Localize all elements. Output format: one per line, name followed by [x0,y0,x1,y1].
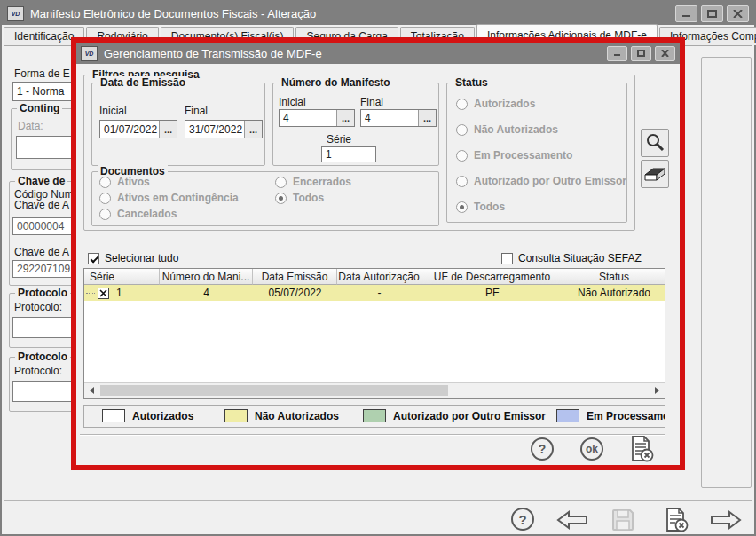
column-data-emissao[interactable]: Data Emissão [253,269,337,285]
emission-date-group: Data de Emissão Inicial Final 01/07/2022… [91,83,265,166]
codigo-numerico-field[interactable]: 00000004 [12,217,76,235]
date-initial-field[interactable]: 01/07/2022 ... [99,120,177,138]
x-check-icon [98,288,108,298]
chave-acesso-sublabel: Chave de A [14,199,69,211]
previous-button[interactable] [555,510,589,530]
row-serie-cell: 1 [84,285,160,301]
radio-icon [456,99,468,110]
number-initial-field[interactable]: 4 ... [279,109,355,127]
dialog-titlebar: VD Gerenciamento de Transmissão de MDF-e [76,43,680,64]
protocolo2-field[interactable] [12,381,76,402]
cancel-document-button[interactable] [663,507,689,533]
column-data-autorizacao[interactable]: Data Autorização [337,269,421,285]
tree-line [86,293,95,294]
scrollbar-thumb[interactable] [100,385,448,396]
close-button[interactable] [727,5,749,22]
row-checkbox[interactable] [98,288,109,299]
number-final-field[interactable]: 4 ... [360,109,437,127]
number-initial-picker-button[interactable]: ... [336,110,354,126]
document-x-icon [628,435,655,463]
protocolo1-field[interactable] [12,317,76,338]
scroll-left-button[interactable] [84,383,99,398]
doc-option-ativos-contingencia: Ativos em Contingência [99,192,239,204]
radio-icon [99,193,111,204]
column-status[interactable]: Status [563,269,665,285]
row-status-cell: Não Autorizado [563,285,665,301]
help-button[interactable]: ? [511,508,534,531]
radio-icon [99,209,111,220]
close-icon [661,50,669,57]
doc-option-encerrados: Encerrados [275,176,351,188]
legend-nao-autorizados: Não Autorizados [224,409,339,422]
status-option-nao-autorizados: Não Autorizados [456,123,558,136]
row-data-autorizacao-cell: - [337,285,421,301]
select-all-checkbox[interactable]: Selecionar tudo [88,252,178,264]
dialog-ok-button[interactable]: ok [580,437,603,461]
column-numero-manifesto[interactable]: Número do Mani... [160,269,253,285]
column-serie[interactable]: Série [84,269,160,285]
search-icon [644,132,665,154]
dialog-app-icon: VD [81,46,98,61]
radio-icon [275,177,287,188]
radio-icon [456,124,468,136]
dialog-minimize-button[interactable] [607,46,627,61]
manifest-number-group: Número do Manifesto Inicial Final 4 ... … [272,83,439,166]
date-final-picker-button[interactable]: ... [244,121,262,138]
legend-swatch [224,409,248,422]
row-numero-cell: 4 [160,285,253,301]
radio-icon [456,150,468,162]
close-icon [733,10,743,18]
status-option-em-processamento: Em Processamento [456,149,572,162]
save-icon [610,508,635,532]
arrow-left-icon [555,510,589,530]
forma-emissao-label: Forma de E [14,67,70,80]
date-initial-picker-button[interactable]: ... [159,121,177,138]
legend-swatch [363,409,386,422]
checkbox-checked-icon [88,253,99,264]
save-button[interactable] [610,508,635,532]
document-x-icon [663,507,689,533]
search-button[interactable] [641,129,669,157]
chave-acesso-field[interactable]: 292207109 [12,260,76,278]
minimize-icon [681,10,691,18]
dialog-cancel-button[interactable] [628,435,655,463]
horizontal-scrollbar[interactable] [84,382,665,398]
date-final-field[interactable]: 31/07/2022 ... [185,120,263,138]
contingencia-data-label: Data: [18,120,43,132]
doc-option-cancelados: Cancelados [99,208,177,220]
minimize-icon [613,50,621,57]
row-uf-cell: PE [421,285,563,301]
contingencia-data-field[interactable] [16,136,75,159]
filters-group: Filtros para pesquisa Data de Emissão In… [83,75,635,231]
checkbox-unchecked-icon [501,253,513,264]
serie-field[interactable]: 1 [321,146,376,162]
date-final-label: Final [185,105,208,117]
legend-swatch [556,409,579,422]
legend-em-processamento: Em Processamento [556,409,665,422]
status-legend: Autorizados Não Autorizados Autorizado p… [83,405,665,428]
status-option-autorizado-outro-emissor: Autorizado por Outro Emissor [456,175,626,187]
main-window: VD Manifesto Eletrônico de Documentos Fi… [0,0,756,536]
clear-button[interactable] [641,160,669,188]
column-uf-descarregamento[interactable]: UF de Descarregamento [421,269,563,285]
window-title: Manifesto Eletrônico de Documentos Fisca… [30,7,316,20]
minimize-button[interactable] [675,5,697,22]
scroll-right-button[interactable] [650,383,665,398]
eraser-icon [643,166,666,182]
number-final-label: Final [360,96,383,108]
radio-selected-icon [456,201,468,213]
legend-swatch [102,409,125,422]
maximize-button[interactable] [701,5,723,22]
status-option-autorizados: Autorizados [456,98,535,110]
number-initial-label: Inicial [279,96,306,108]
dialog-close-button[interactable] [655,46,675,61]
number-final-picker-button[interactable]: ... [418,110,436,126]
sefaz-status-checkbox[interactable]: Consulta Situação SEFAZ [501,252,642,264]
main-titlebar: VD Manifesto Eletrônico de Documentos Fi… [2,2,754,25]
dialog-maximize-button[interactable] [631,46,651,61]
table-row[interactable]: 1 4 05/07/2022 - PE Não Autorizado [84,285,665,301]
dialog-help-button[interactable]: ? [531,437,554,461]
mdfe-transmission-dialog: VD Gerenciamento de Transmissão de MDF-e… [71,37,685,470]
next-button[interactable] [709,510,743,530]
right-panel-groupbox-fragment [701,57,752,488]
